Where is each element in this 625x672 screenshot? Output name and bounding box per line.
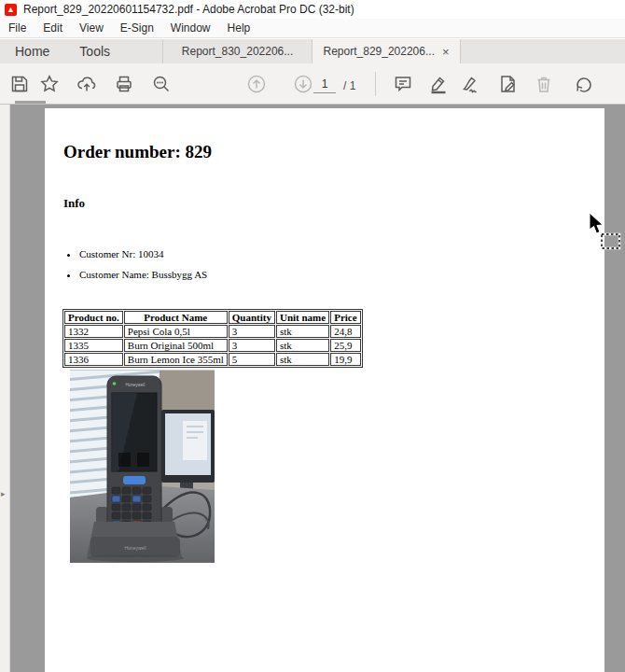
menu-bar: File Edit View E-Sign Window Help [0, 19, 625, 38]
table-row: 1336 Burn Lemon Ice 355ml 5 stk 19,9 [64, 353, 361, 366]
doc-tab-report-829[interactable]: Report_829_202206... × [312, 39, 461, 63]
next-page-button[interactable] [291, 72, 315, 96]
menu-esign[interactable]: E-Sign [112, 19, 162, 37]
table-header-row: Product no. Product Name Quantity Unit n… [64, 311, 361, 324]
print-icon [114, 74, 134, 94]
page-number-input[interactable] [313, 76, 336, 93]
menu-help[interactable]: Help [219, 19, 259, 37]
comment-icon [393, 74, 413, 94]
title-bar: ▲ Report_829_20220601154732.pdf - Adobe … [0, 0, 625, 19]
cell: 25,9 [330, 339, 360, 352]
toolbar: / 1 [0, 63, 625, 105]
pdf-page: Order number: 829 Info Customer Nr: 1003… [45, 108, 604, 672]
menu-window[interactable]: Window [162, 19, 219, 37]
scanner-photo-illustration: Honeywell [70, 371, 215, 563]
page-down-icon [292, 73, 314, 95]
order-title: Order number: 829 [63, 142, 212, 162]
print-button[interactable] [112, 72, 136, 96]
star-icon [39, 74, 60, 94]
col-quantity: Quantity [229, 311, 275, 324]
search-icon [151, 74, 172, 94]
cell: stk [276, 353, 329, 366]
acrobat-window: ▲ Report_829_20220601154732.pdf - Adobe … [0, 0, 625, 672]
star-button[interactable] [37, 72, 62, 96]
rotate-icon [573, 74, 593, 94]
table-row: 1332 Pepsi Cola 0,5l 3 stk 24,8 [64, 325, 361, 338]
cell: 5 [229, 353, 275, 366]
customer-name: Customer Name: Bussbygg AS [79, 269, 207, 280]
toolbar-divider [375, 72, 376, 96]
col-product-no: Product no. [64, 311, 123, 324]
cell: stk [276, 339, 329, 352]
customer-nr: Customer Nr: 10034 [79, 248, 207, 259]
tab-home[interactable]: Home [0, 39, 64, 63]
cell: 24,8 [330, 325, 360, 338]
save-button[interactable] [7, 72, 32, 96]
fountain-pen-icon [461, 74, 481, 94]
menu-edit[interactable]: Edit [35, 19, 71, 37]
save-active-underline [15, 101, 46, 104]
previous-page-button[interactable] [244, 72, 269, 96]
order-items-table: Product no. Product Name Quantity Unit n… [62, 309, 363, 368]
cell: 3 [229, 325, 275, 338]
tab-close-icon[interactable]: × [442, 46, 450, 58]
trash-icon [534, 74, 554, 94]
table-row: 1335 Burn Original 500ml 3 stk 25,9 [64, 339, 361, 352]
cell: stk [276, 325, 329, 338]
cell: 1332 [64, 325, 123, 338]
rotate-button[interactable] [571, 72, 595, 96]
order-photo: Honeywell [70, 370, 215, 562]
document-pencil-icon [498, 74, 519, 94]
info-heading: Info [63, 196, 85, 211]
doc-tab-label: Report_830_202206... [182, 45, 293, 58]
cell: 1335 [64, 339, 123, 352]
navigation-pane-collapsed: ▸ [0, 105, 10, 672]
cell: Burn Original 500ml [124, 339, 228, 352]
cloud-upload-icon [76, 74, 97, 94]
menu-file[interactable]: File [0, 19, 35, 37]
doc-tab-label: Report_829_202206... [324, 45, 435, 58]
request-signature-button[interactable] [496, 72, 521, 96]
cell: 1336 [64, 353, 123, 366]
fill-sign-button[interactable] [459, 72, 483, 96]
document-canvas: ▸ Order number: 829 Info Customer Nr: 10… [0, 105, 625, 672]
cell: 19,9 [330, 353, 360, 366]
save-icon [9, 74, 30, 94]
window-title: Report_829_20220601154732.pdf - Adobe Ac… [23, 3, 354, 16]
customer-info-list: Customer Nr: 10034 Customer Name: Bussby… [70, 248, 207, 289]
search-button[interactable] [149, 72, 174, 96]
tab-bar: Home Tools Report_830_202206... Report_8… [0, 39, 625, 63]
highlighter-icon [428, 74, 449, 94]
delete-pages-button[interactable] [532, 72, 556, 96]
cell: Pepsi Cola 0,5l [124, 325, 228, 338]
mouse-cursor [586, 211, 625, 256]
page-count-label: / 1 [343, 79, 355, 92]
highlight-button[interactable] [426, 72, 451, 96]
tab-tools[interactable]: Tools [64, 39, 125, 63]
doc-tab-report-830[interactable]: Report_830_202206... [162, 39, 312, 63]
expand-nav-pane-icon[interactable]: ▸ [1, 489, 6, 498]
col-unit-name: Unit name [276, 311, 329, 324]
page-up-icon [245, 73, 268, 95]
snapshot-cursor-icon [586, 211, 625, 252]
col-price: Price [330, 311, 360, 324]
acrobat-pdf-icon: ▲ [5, 4, 17, 16]
col-product-name: Product Name [124, 311, 228, 324]
cell: 3 [229, 339, 275, 352]
share-cloud-button[interactable] [75, 72, 99, 96]
comment-button[interactable] [391, 72, 415, 96]
menu-view[interactable]: View [71, 19, 112, 37]
cell: Burn Lemon Ice 355ml [124, 353, 228, 366]
